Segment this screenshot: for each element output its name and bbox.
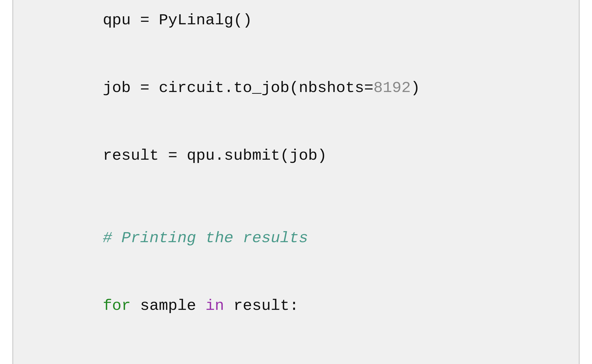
result-line: result = qpu.submit(job) [28, 122, 564, 190]
section-gap [28, 190, 564, 205]
qpu-line: qpu = PyLinalg() [28, 0, 564, 54]
print-line: print("State %s: probability %s +/- %s"↵ [28, 340, 564, 364]
comment-line-2: # Printing the results [28, 205, 564, 272]
box-content: # Simulating the results from qat.qpus i… [13, 0, 579, 364]
job-line: job = circuit.to_job(nbshots=8192) [28, 54, 564, 122]
code-block: # Simulating the results from qat.qpus i… [28, 0, 564, 364]
for-line: for sample in result: [28, 272, 564, 340]
box-container: Box 8: Simulating and plotting the resul… [13, 0, 579, 364]
